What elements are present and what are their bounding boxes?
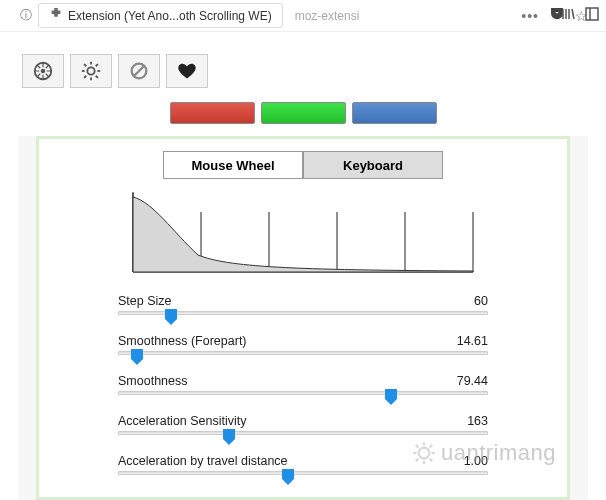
slider-track[interactable] bbox=[118, 351, 488, 355]
svg-line-11 bbox=[96, 64, 98, 66]
slider-label: Smoothness bbox=[118, 374, 187, 388]
slider-label: Acceleration by travel distance bbox=[118, 454, 288, 468]
svg-point-4 bbox=[87, 67, 94, 74]
slider-thumb[interactable] bbox=[222, 429, 236, 445]
slider-thumb[interactable] bbox=[130, 349, 144, 365]
slider-thumb[interactable] bbox=[384, 389, 398, 405]
tab-mouse-wheel[interactable]: Mouse Wheel bbox=[163, 151, 303, 179]
slider-smoothness: Smoothness 79.44 bbox=[118, 369, 488, 409]
settings-tabs: Mouse Wheel Keyboard bbox=[39, 151, 567, 179]
slider-step-size: Step Size 60 bbox=[118, 289, 488, 329]
more-icon[interactable]: ••• bbox=[521, 8, 539, 24]
gear-button[interactable] bbox=[70, 54, 112, 88]
slider-track[interactable] bbox=[118, 391, 488, 395]
slider-label: Step Size bbox=[118, 294, 172, 308]
slider-value: 1.00 bbox=[464, 454, 488, 468]
settings-panel: Mouse Wheel Keyboard Step bbox=[36, 136, 570, 500]
slider-thumb[interactable] bbox=[281, 469, 295, 485]
slider-track[interactable] bbox=[118, 471, 488, 475]
slider-label: Acceleration Sensitivity bbox=[118, 414, 247, 428]
extension-icon bbox=[49, 7, 63, 24]
block-button[interactable] bbox=[118, 54, 160, 88]
color-strip-row bbox=[18, 98, 588, 136]
slider-list: Step Size 60 Smoothness (Forepart) 14.61 bbox=[118, 289, 488, 489]
curve-chart bbox=[128, 187, 478, 277]
svg-point-3 bbox=[41, 69, 46, 74]
wheel-button[interactable] bbox=[22, 54, 64, 88]
slider-label: Smoothness (Forepart) bbox=[118, 334, 247, 348]
page-identity[interactable]: Extension (Yet Ano...oth Scrolling WE) bbox=[38, 3, 283, 28]
svg-line-10 bbox=[96, 76, 98, 78]
slider-thumb[interactable] bbox=[164, 309, 178, 325]
main-toolbar bbox=[18, 50, 588, 98]
info-icon: ⓘ bbox=[20, 7, 32, 24]
color-strip-blue[interactable] bbox=[352, 102, 437, 124]
svg-line-12 bbox=[84, 76, 86, 78]
heart-button[interactable] bbox=[166, 54, 208, 88]
svg-line-9 bbox=[84, 64, 86, 66]
svg-rect-0 bbox=[586, 8, 598, 20]
slider-value: 14.61 bbox=[457, 334, 488, 348]
svg-line-14 bbox=[134, 66, 145, 77]
slider-acceleration-distance: Acceleration by travel distance 1.00 bbox=[118, 449, 488, 489]
slider-value: 79.44 bbox=[457, 374, 488, 388]
slider-value: 163 bbox=[467, 414, 488, 428]
slider-smoothness-forepart: Smoothness (Forepart) 14.61 bbox=[118, 329, 488, 369]
library-icon[interactable] bbox=[560, 6, 576, 25]
color-strip-red[interactable] bbox=[170, 102, 255, 124]
slider-acceleration-sensitivity: Acceleration Sensitivity 163 bbox=[118, 409, 488, 449]
slider-track[interactable] bbox=[118, 311, 488, 315]
toolbar-right-icons bbox=[560, 6, 600, 25]
tab-title-text: Extension (Yet Ano...oth Scrolling WE) bbox=[68, 9, 272, 23]
sidebar-icon[interactable] bbox=[584, 6, 600, 25]
slider-value: 60 bbox=[474, 294, 488, 308]
browser-address-bar: ⓘ Extension (Yet Ano...oth Scrolling WE)… bbox=[0, 0, 606, 32]
tab-keyboard[interactable]: Keyboard bbox=[303, 151, 443, 179]
location-field[interactable]: moz-extensi bbox=[289, 9, 516, 23]
color-strip-green[interactable] bbox=[261, 102, 346, 124]
slider-track[interactable] bbox=[118, 431, 488, 435]
app-body: Mouse Wheel Keyboard Step bbox=[18, 50, 588, 500]
